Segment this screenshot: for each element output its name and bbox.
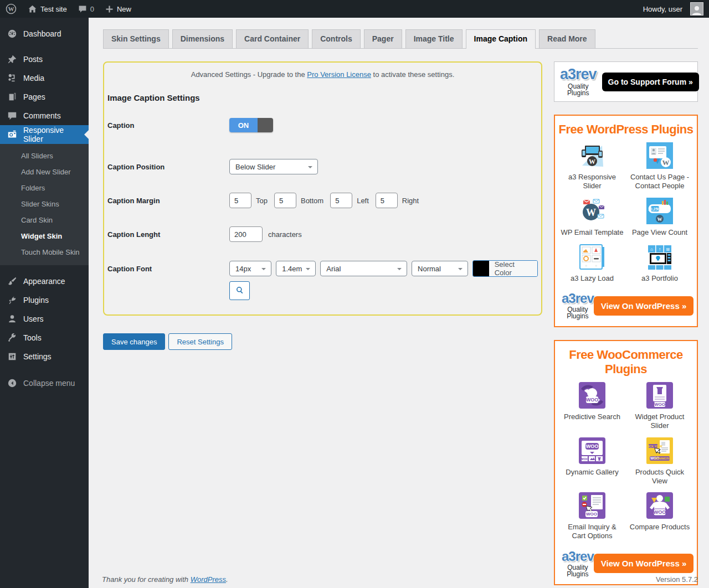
settings-sliders-icon [7,351,18,362]
paintbrush-icon [7,276,18,287]
sidebar-item-posts[interactable]: Posts [0,50,89,69]
sidebar-item-comments[interactable]: Comments [0,106,89,125]
sidebar-item-appearance[interactable]: Appearance [0,272,89,291]
margin-left-input[interactable] [330,193,352,208]
site-name-link[interactable]: Test site [22,0,73,18]
plugin-wp-email-template[interactable]: W WP Email Template [558,198,626,237]
widget-product-slider-icon: WOO [646,382,673,409]
plugin-predictive-search[interactable]: WOO Predictive Search [558,382,626,431]
a3-lazy-load-icon: ○○ [579,244,605,270]
sidebar-item-responsive-slider[interactable]: Responsive Slider [0,125,89,144]
caption-position-select[interactable]: Below Slider [229,159,318,174]
reset-settings-button[interactable]: Reset Settings [168,333,232,350]
margin-top-input[interactable] [229,193,251,208]
collapse-menu-button[interactable]: Collapse menu [0,374,89,393]
submenu-slider-skins[interactable]: Slider Skins [0,196,89,212]
tab-image-caption[interactable]: Image Caption [466,29,536,49]
font-size-value: 14px [235,265,251,273]
user-icon [7,313,18,324]
image-caption-settings-panel: Advanced Settings - Upgrade to the Pro V… [103,61,542,316]
plugin-name: WP Email Template [558,228,626,237]
tab-pager[interactable]: Pager [364,29,402,48]
page-view-count-icon: 10,250..W [646,198,673,224]
plugin-a3-lazy-load[interactable]: ○○ a3 Lazy Load [558,244,626,283]
sidebar-item-label: Media [23,74,44,82]
plugin-name: Compare Products [626,523,693,532]
account-menu[interactable]: Howdy, user [638,0,709,18]
svg-text:QUICK VIEW: QUICK VIEW [646,444,662,447]
line-height-value: 1.4em [282,265,302,273]
new-content-link[interactable]: New [100,0,137,18]
tab-controls[interactable]: Controls [312,29,361,48]
plugin-contact-us-page[interactable]: W Contact Us Page - Contact People [626,142,693,191]
sidebar-item-settings[interactable]: Settings [0,347,89,366]
plugin-email-inquiry[interactable]: WOO Email Inquiry & Cart Options [558,492,626,541]
plugin-page-view-count[interactable]: 10,250..W Page View Count [626,198,693,237]
sidebar-item-users[interactable]: Users [0,310,89,328]
svg-text:⊞: ⊞ [666,247,670,252]
font-family-select[interactable]: Arial [320,261,407,276]
save-changes-button[interactable]: Save changes [103,333,165,350]
plugin-dynamic-gallery[interactable]: WOOWOO Dynamic Gallery [558,437,626,486]
plugin-a3-responsive-slider[interactable]: W a3 Responsive Slider [558,142,626,191]
settings-tab-bar: Skin Settings Dimensions Card Container … [103,29,698,49]
submenu-add-new-slider[interactable]: Add New Slider [0,164,89,180]
caption-toggle[interactable]: ON [229,118,273,132]
tab-read-more[interactable]: Read More [539,29,595,48]
tab-skin-settings[interactable]: Skin Settings [103,29,169,48]
svg-text:⌂: ⌂ [650,247,653,252]
font-style-select[interactable]: Normal [412,261,468,276]
submenu-widget-skin[interactable]: Widget Skin [0,228,89,244]
font-preview-button[interactable] [229,281,250,300]
sidebar-item-label: Appearance [23,277,65,286]
notice-prefix: Advanced Settings - Upgrade to the [191,70,305,79]
a3rev-logo-tagline: Quality Plugins [560,83,597,96]
a3rev-logo-tagline: Quality Plugins [562,306,594,319]
svg-text:WOO: WOO [586,443,599,449]
svg-text:COMMERCE: COMMERCE [655,457,673,460]
submenu-card-skin[interactable]: Card Skin [0,212,89,228]
caption-margin-label: Caption Margin [107,197,229,205]
caption-font-label: Caption Font [107,265,229,273]
wordpress-link[interactable]: WordPress [191,575,226,584]
wordpress-logo-menu[interactable]: W [0,0,22,18]
svg-text:↑: ↑ [659,247,661,252]
plugin-products-quick-view[interactable]: QUICK VIEWWOOCOMMERCE Products Quick Vie… [626,437,693,486]
footer: Thank you for creating with WordPress. V… [102,575,698,584]
compare-products-icon: WOO [646,492,673,519]
sidebar-item-pages[interactable]: Pages [0,87,89,106]
font-size-select[interactable]: 14px [229,261,271,276]
plugin-name: Widget Product Slider [626,412,693,431]
support-forum-button[interactable]: Go to Support Forum » [602,73,699,91]
camera-icon [7,129,18,140]
sidebar-item-plugins[interactable]: Plugins [0,291,89,310]
sidebar-item-label: Settings [23,352,52,361]
sidebar-item-dashboard[interactable]: Dashboard [0,24,89,43]
submenu-touch-mobile-skin[interactable]: Touch Mobile Skin [0,244,89,260]
submenu-folders[interactable]: Folders [0,180,89,196]
sidebar-item-label: Comments [23,111,61,120]
select-color-button[interactable]: Select Color [472,260,538,277]
plugin-compare-products[interactable]: WOO Compare Products [626,492,693,541]
view-on-wordpress-button[interactable]: View On WordPress » [594,554,694,573]
plugin-a3-portfolio[interactable]: ⌂↑⊞ a3 Portfolio [626,244,693,283]
submenu-all-sliders[interactable]: All Sliders [0,148,89,164]
tab-card-container[interactable]: Card Container [236,29,309,48]
plugin-widget-product-slider[interactable]: WOO Widget Product Slider [626,382,693,431]
caption-length-input[interactable] [229,226,263,242]
plugin-name: Contact Us Page - Contact People [626,173,693,191]
free-wordpress-plugins-box: Free WordPress Plugins W a3 Responsive S… [554,115,698,327]
pro-version-license-link[interactable]: Pro Version License [307,70,371,79]
margin-right-input[interactable] [376,193,398,208]
line-height-select[interactable]: 1.4em [276,261,316,276]
a3-portfolio-icon: ⌂↑⊞ [646,244,673,270]
products-quick-view-icon: QUICK VIEWWOOCOMMERCE [646,437,673,464]
tab-image-title[interactable]: Image Title [405,29,463,48]
tab-dimensions[interactable]: Dimensions [172,29,233,48]
sidebar-item-media[interactable]: Media [0,69,89,87]
sidebar-item-tools[interactable]: Tools [0,328,89,347]
font-style-value: Normal [418,265,441,273]
view-on-wordpress-button[interactable]: View On WordPress » [594,296,694,316]
margin-bottom-input[interactable] [274,193,296,208]
comments-link[interactable]: 0 [73,0,100,18]
